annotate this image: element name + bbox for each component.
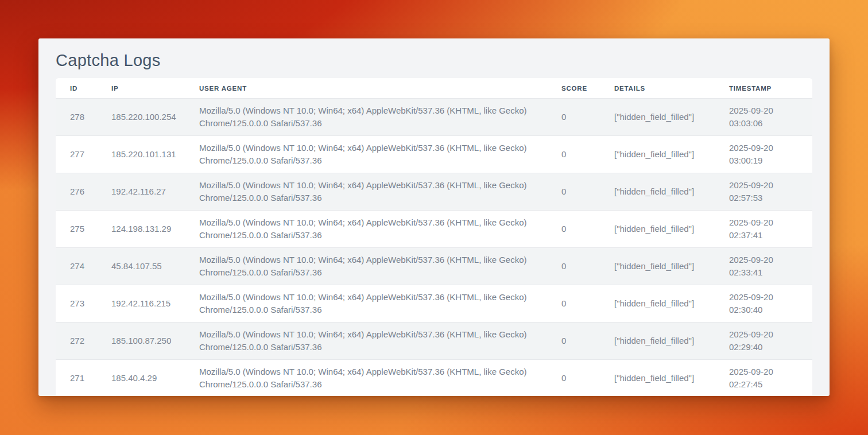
column-header-timestamp: TIMESTAMP — [729, 78, 812, 99]
table-row: 273 192.42.116.215 Mozilla/5.0 (Windows … — [56, 285, 812, 323]
table-row: 274 45.84.107.55 Mozilla/5.0 (Windows NT… — [56, 248, 812, 285]
cell-id: 271 — [56, 360, 111, 397]
table-row: 275 124.198.131.29 Mozilla/5.0 (Windows … — [56, 211, 812, 248]
cell-score: 0 — [561, 211, 614, 248]
cell-user-agent: Mozilla/5.0 (Windows NT 10.0; Win64; x64… — [199, 360, 561, 397]
cell-id: 277 — [56, 136, 111, 173]
cell-user-agent: Mozilla/5.0 (Windows NT 10.0; Win64; x64… — [199, 211, 561, 248]
cell-score: 0 — [561, 173, 614, 211]
cell-ip: 124.198.131.29 — [111, 211, 199, 248]
cell-score: 0 — [561, 248, 614, 285]
cell-details: ["hidden_field_filled"] — [614, 136, 729, 173]
cell-details: ["hidden_field_filled"] — [614, 173, 729, 211]
cell-id: 275 — [56, 211, 111, 248]
cell-details: ["hidden_field_filled"] — [614, 360, 729, 397]
cell-ip: 185.40.4.29 — [111, 360, 199, 397]
cell-score: 0 — [561, 99, 614, 136]
page-title: Captcha Logs — [38, 38, 830, 78]
cell-ip: 185.220.101.131 — [111, 136, 199, 173]
cell-details: ["hidden_field_filled"] — [614, 323, 729, 360]
column-header-id: ID — [56, 78, 111, 99]
captcha-logs-table: ID IP USER AGENT SCORE DETAILS TIMESTAMP… — [56, 78, 812, 396]
cell-details: ["hidden_field_filled"] — [614, 211, 729, 248]
cell-id: 273 — [56, 285, 111, 323]
cell-details: ["hidden_field_filled"] — [614, 285, 729, 323]
column-header-details: DETAILS — [614, 78, 729, 99]
cell-ip: 185.220.100.254 — [111, 99, 199, 136]
cell-timestamp: 2025-09-20 02:30:40 — [729, 285, 812, 323]
cell-id: 278 — [56, 99, 111, 136]
cell-id: 274 — [56, 248, 111, 285]
cell-user-agent: Mozilla/5.0 (Windows NT 10.0; Win64; x64… — [199, 323, 561, 360]
cell-timestamp: 2025-09-20 02:29:40 — [729, 323, 812, 360]
cell-ip: 185.100.87.250 — [111, 323, 199, 360]
table-header-row: ID IP USER AGENT SCORE DETAILS TIMESTAMP — [56, 78, 812, 99]
captcha-logs-table-container: ID IP USER AGENT SCORE DETAILS TIMESTAMP… — [56, 78, 812, 396]
cell-score: 0 — [561, 323, 614, 360]
table-row: 272 185.100.87.250 Mozilla/5.0 (Windows … — [56, 323, 812, 360]
cell-user-agent: Mozilla/5.0 (Windows NT 10.0; Win64; x64… — [199, 248, 561, 285]
table-row: 276 192.42.116.27 Mozilla/5.0 (Windows N… — [56, 173, 812, 211]
column-header-ip: IP — [111, 78, 199, 99]
cell-ip: 192.42.116.215 — [111, 285, 199, 323]
cell-score: 0 — [561, 360, 614, 397]
column-header-score: SCORE — [561, 78, 614, 99]
cell-ip: 45.84.107.55 — [111, 248, 199, 285]
cell-id: 272 — [56, 323, 111, 360]
cell-timestamp: 2025-09-20 03:03:06 — [729, 99, 812, 136]
cell-score: 0 — [561, 285, 614, 323]
cell-user-agent: Mozilla/5.0 (Windows NT 10.0; Win64; x64… — [199, 136, 561, 173]
cell-timestamp: 2025-09-20 03:00:19 — [729, 136, 812, 173]
table-row: 277 185.220.101.131 Mozilla/5.0 (Windows… — [56, 136, 812, 173]
cell-timestamp: 2025-09-20 02:37:41 — [729, 211, 812, 248]
table-row: 271 185.40.4.29 Mozilla/5.0 (Windows NT … — [56, 360, 812, 397]
cell-user-agent: Mozilla/5.0 (Windows NT 10.0; Win64; x64… — [199, 99, 561, 136]
cell-details: ["hidden_field_filled"] — [614, 248, 729, 285]
cell-timestamp: 2025-09-20 02:27:45 — [729, 360, 812, 397]
cell-timestamp: 2025-09-20 02:57:53 — [729, 173, 812, 211]
captcha-logs-card: Captcha Logs ID IP USER AGENT SCORE DETA… — [38, 38, 830, 396]
column-header-user-agent: USER AGENT — [199, 78, 561, 99]
cell-details: ["hidden_field_filled"] — [614, 99, 729, 136]
cell-ip: 192.42.116.27 — [111, 173, 199, 211]
cell-user-agent: Mozilla/5.0 (Windows NT 10.0; Win64; x64… — [199, 285, 561, 323]
cell-id: 276 — [56, 173, 111, 211]
cell-timestamp: 2025-09-20 02:33:41 — [729, 248, 812, 285]
cell-score: 0 — [561, 136, 614, 173]
table-row: 278 185.220.100.254 Mozilla/5.0 (Windows… — [56, 99, 812, 136]
cell-user-agent: Mozilla/5.0 (Windows NT 10.0; Win64; x64… — [199, 173, 561, 211]
